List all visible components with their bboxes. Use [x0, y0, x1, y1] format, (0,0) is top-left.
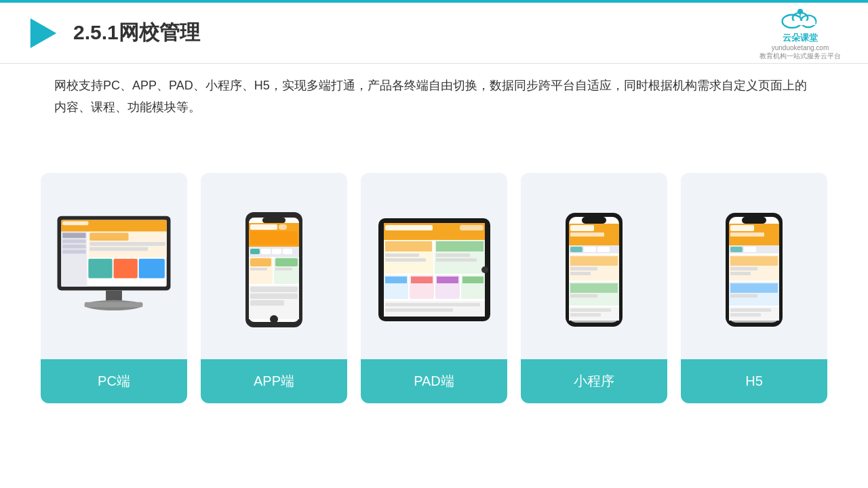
svg-rect-42	[250, 268, 267, 270]
svg-rect-43	[275, 268, 292, 270]
svg-rect-60	[385, 258, 426, 262]
card-pc: PC端	[41, 173, 187, 403]
svg-rect-103	[744, 247, 756, 252]
svg-rect-15	[62, 249, 85, 253]
svg-rect-90	[570, 294, 597, 298]
svg-rect-78	[570, 225, 594, 231]
svg-rect-87	[570, 272, 591, 275]
svg-rect-112	[730, 308, 771, 312]
svg-rect-106	[730, 267, 757, 270]
svg-rect-45	[250, 287, 298, 292]
svg-rect-41	[275, 258, 298, 266]
svg-rect-35	[261, 249, 271, 254]
brand-icon	[773, 5, 827, 32]
card-pad-image	[361, 173, 507, 359]
description-text: 网校支持PC、APP、PAD、小程序、H5，实现多端打通，产品各终端自由切换，数…	[54, 75, 814, 119]
svg-rect-107	[730, 272, 751, 275]
svg-rect-31	[279, 224, 287, 230]
svg-rect-100	[730, 232, 764, 237]
svg-rect-81	[570, 247, 583, 252]
svg-rect-25	[85, 302, 143, 308]
logo-play-icon	[27, 17, 60, 49]
page-title: 2.5.1网校管理	[73, 19, 760, 47]
svg-rect-46	[250, 293, 298, 299]
svg-rect-32	[250, 231, 298, 245]
card-h5-image	[681, 173, 827, 359]
brand-name: 云朵课堂	[783, 32, 818, 44]
svg-point-73	[481, 266, 488, 273]
card-pad-label: PAD端	[361, 359, 507, 403]
cards-container: PC端	[41, 173, 827, 403]
svg-marker-0	[31, 18, 56, 47]
svg-rect-89	[570, 283, 618, 293]
svg-rect-52	[385, 225, 433, 230]
svg-rect-110	[730, 294, 757, 298]
brand-tagline: 教育机构一站式服务云平台	[760, 52, 841, 61]
card-app-image	[201, 173, 347, 359]
svg-rect-22	[139, 259, 165, 279]
brand-url: yunduoketang.com	[772, 44, 829, 52]
h5-phone-icon	[724, 213, 784, 327]
card-mini: 小程序	[521, 173, 667, 403]
svg-rect-68	[437, 277, 458, 283]
svg-rect-67	[411, 277, 433, 283]
card-app: APP端	[201, 173, 347, 403]
svg-rect-114	[729, 321, 779, 323]
svg-rect-71	[385, 303, 480, 306]
svg-rect-76	[582, 217, 606, 224]
card-pc-image	[41, 173, 187, 359]
svg-rect-58	[385, 253, 419, 257]
brand-logo: 云朵课堂 yunduoketang.com 教育机构一站式服务云平台	[760, 5, 841, 61]
card-mini-image	[521, 173, 667, 359]
svg-rect-94	[569, 321, 619, 323]
svg-rect-86	[570, 267, 597, 270]
svg-rect-36	[272, 249, 281, 254]
svg-rect-37	[283, 249, 292, 254]
svg-rect-57	[436, 241, 484, 251]
svg-rect-85	[570, 256, 618, 266]
svg-rect-12	[62, 233, 85, 239]
svg-rect-56	[385, 241, 432, 251]
svg-rect-17	[90, 233, 128, 241]
svg-rect-113	[730, 313, 761, 317]
card-app-label: APP端	[201, 359, 347, 403]
svg-rect-28	[262, 218, 285, 223]
svg-rect-53	[460, 225, 484, 230]
svg-rect-92	[570, 308, 611, 312]
svg-rect-40	[250, 258, 271, 266]
svg-rect-109	[730, 283, 778, 293]
svg-rect-34	[250, 249, 260, 254]
svg-point-48	[270, 315, 278, 323]
app-phone-icon	[243, 212, 304, 327]
svg-rect-93	[570, 313, 601, 317]
mini-phone-icon	[564, 213, 624, 327]
svg-rect-61	[436, 258, 477, 262]
card-h5: H5	[681, 173, 827, 403]
svg-rect-30	[250, 224, 277, 230]
svg-rect-13	[62, 239, 85, 243]
svg-rect-59	[436, 253, 470, 257]
svg-rect-14	[62, 245, 85, 249]
svg-rect-47	[250, 300, 284, 306]
svg-rect-10	[62, 221, 88, 225]
svg-rect-105	[730, 256, 778, 266]
svg-rect-4	[785, 21, 816, 25]
header: 2.5.1网校管理 云朵课堂 yunduoketang.com 教育机构一站式服…	[0, 3, 868, 64]
svg-rect-69	[462, 277, 484, 283]
svg-rect-21	[114, 259, 138, 279]
pc-monitor-icon	[51, 214, 177, 325]
svg-rect-102	[730, 247, 743, 252]
svg-rect-97	[742, 217, 766, 224]
card-pc-label: PC端	[41, 359, 187, 403]
card-h5-label: H5	[681, 359, 827, 403]
svg-rect-79	[570, 232, 604, 237]
svg-rect-83	[597, 247, 610, 252]
svg-rect-82	[584, 247, 596, 252]
svg-rect-72	[385, 308, 453, 312]
svg-rect-66	[385, 277, 407, 283]
svg-rect-18	[90, 242, 165, 246]
svg-rect-99	[730, 225, 754, 231]
svg-rect-19	[90, 247, 148, 251]
svg-rect-20	[88, 259, 112, 279]
card-mini-label: 小程序	[521, 359, 667, 403]
